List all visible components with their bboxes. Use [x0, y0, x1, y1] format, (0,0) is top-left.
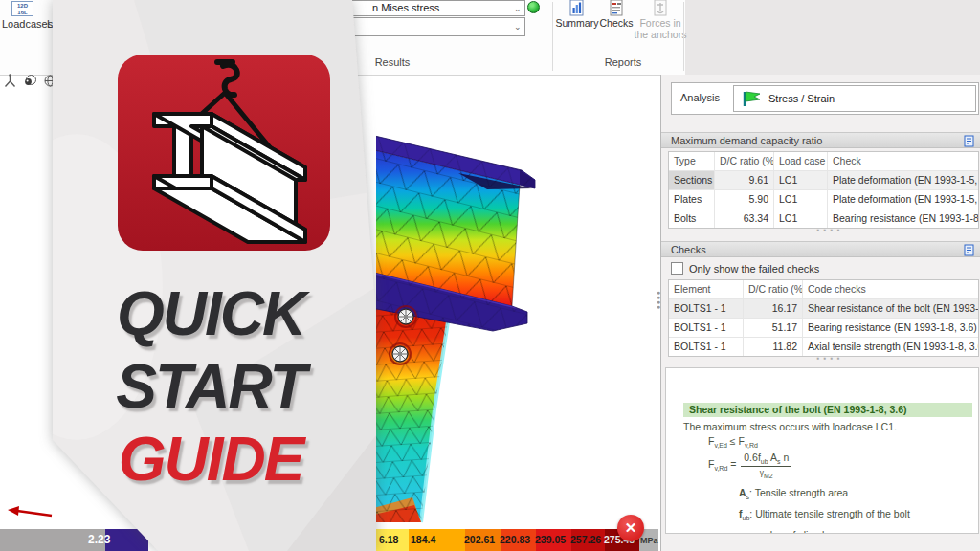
- failed-checks-label: Only show the failed checks: [689, 263, 819, 275]
- analysis-type-dropdown[interactable]: Stress / Strain: [733, 85, 976, 112]
- check-detail-report: Shear resistance of the bolt (EN 1993-1-…: [665, 367, 979, 534]
- analysis-row: Analysis Stress / Strain: [671, 82, 979, 115]
- axes-view-icon[interactable]: [2, 73, 18, 89]
- check-detail-intro: The maximum stress occurs with loadcase …: [683, 421, 978, 432]
- section-settings-icon[interactable]: [964, 244, 974, 256]
- table-row[interactable]: BOLTS1 - 1 51.17 Bearing resistance (EN …: [669, 319, 978, 338]
- symbol-definition: As: Tensile strength area: [739, 487, 978, 500]
- summary-report-icon: [568, 0, 586, 16]
- orbit-view-icon[interactable]: [22, 73, 38, 89]
- table-header-row: Element D/C ratio (%) Code checks: [669, 280, 978, 299]
- symbol-definition: fub: Ultimate tensile strength of the bo…: [739, 508, 978, 521]
- failed-checks-checkbox[interactable]: [671, 262, 683, 275]
- ribbon-empty-area: [685, 0, 980, 75]
- scale-tick-label: 184.4: [411, 534, 435, 545]
- checks-report-icon: [609, 0, 624, 16]
- max-ratio-table: Type D/C ratio (%) Load case Check Secti…: [668, 151, 979, 229]
- chevron-down-icon: ⌄: [514, 6, 521, 12]
- recalculate-icon[interactable]: [527, 1, 540, 13]
- checks-section-header: Checks: [661, 241, 980, 257]
- close-scale-button[interactable]: ✕: [617, 515, 644, 541]
- title-line-quick: QUICK: [38, 283, 383, 344]
- symbol-definition: n: number of slip planes: [739, 529, 978, 534]
- table-header-row: Type D/C ratio (%) Load case Check: [669, 152, 978, 171]
- formula-resistance: Fv,Rd = 0.6fub As n γM2: [708, 452, 978, 479]
- quick-start-guide-overlay: QUICK START GUIDE: [38, 0, 383, 551]
- analysis-value: Stress / Strain: [768, 93, 835, 104]
- anchor-forces-icon: [653, 0, 668, 16]
- symbol-definitions: As: Tensile strength area fub: Ultimate …: [666, 487, 978, 534]
- scale-tick-label: 257.26: [570, 534, 601, 545]
- scale-tick-label: 239.05: [535, 534, 566, 545]
- check-detail-title: Shear resistance of the bolt (EN 1993-1-…: [683, 403, 972, 417]
- failed-checks-filter[interactable]: Only show the failed checks: [671, 262, 819, 275]
- scale-tick-label: 220.83: [500, 534, 530, 545]
- ribbon-separator: [683, 2, 684, 71]
- chevron-down-icon: ⌄: [514, 24, 521, 31]
- formula-fraction: 0.6fub As n γM2: [741, 452, 791, 479]
- summary-button[interactable]: Summary: [555, 0, 599, 29]
- stress-scale-bar: MPa 6.18184.4202.61220.83239.05257.26275…: [376, 529, 658, 551]
- title-line-guide: GUIDE: [38, 429, 383, 490]
- panel-splitter[interactable]: ●●●●: [657, 290, 660, 328]
- table-resize-grip[interactable]: ▪ ▪ ▪ ▪: [814, 226, 843, 234]
- checks-report-button[interactable]: Checks: [599, 0, 634, 29]
- scale-unit-label: MPa: [640, 536, 658, 545]
- max-ratio-section-header: Maximum demand capacity ratio: [661, 132, 980, 148]
- table-row[interactable]: Sections 9.61 LC1 Plate deformation (EN …: [669, 171, 978, 190]
- app-window: 12D 16L Loadcases L n Mises stress ⌄ ⌄ R…: [0, 0, 980, 551]
- overlay-background: QUICK START GUIDE: [38, 0, 383, 551]
- table-row[interactable]: Plates 5.90 LC1 Plate deformation (EN 19…: [669, 190, 978, 209]
- steel-beam-app-icon: [118, 55, 330, 251]
- max-ratio-rows: Sections 9.61 LC1 Plate deformation (EN …: [669, 171, 978, 228]
- analysis-flag-icon: [741, 91, 762, 107]
- fem-model-canvas[interactable]: [376, 88, 660, 528]
- checks-table: Element D/C ratio (%) Code checks BOLTS1…: [668, 279, 979, 357]
- section-settings-icon[interactable]: [964, 135, 974, 147]
- table-resize-grip[interactable]: ▪ ▪ ▪ ▪: [814, 354, 843, 363]
- table-row[interactable]: BOLTS1 - 1 16.17 Shear resistance of the…: [669, 299, 978, 319]
- title-line-start: START: [38, 356, 383, 417]
- formula-condition: Fv,Ed ≤ Fv,Rd: [708, 435, 978, 449]
- checks-rows: BOLTS1 - 1 16.17 Shear resistance of the…: [669, 299, 978, 356]
- scale-tick-label: 202.61: [464, 534, 495, 545]
- results-panel: ●●●● Analysis Stress / Strain Maximum de…: [660, 75, 980, 551]
- fin-plate: [376, 291, 452, 522]
- ribbon-separator: [552, 2, 553, 71]
- analysis-label: Analysis: [680, 92, 720, 103]
- forces-in-anchors-button[interactable]: Forces in the anchors: [634, 0, 687, 40]
- reports-group-label: Reports: [590, 56, 657, 68]
- loadcases-icon: 12D 16L: [11, 1, 33, 16]
